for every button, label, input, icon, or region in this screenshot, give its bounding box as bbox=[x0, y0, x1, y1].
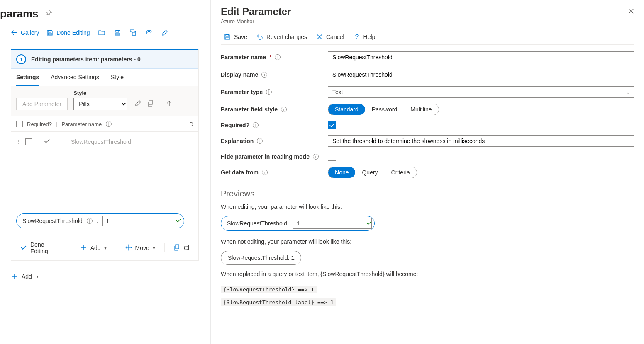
explanation-label: Explanation bbox=[221, 138, 254, 144]
step-number: 1 bbox=[16, 54, 26, 64]
hide-reading-checkbox[interactable] bbox=[328, 153, 336, 161]
cancel-button[interactable]: Cancel bbox=[316, 34, 344, 40]
preview-edit-input[interactable] bbox=[293, 218, 372, 229]
hide-reading-label: Hide parameter in reading mode bbox=[221, 153, 310, 160]
param-name-label: Parameter name bbox=[221, 54, 266, 61]
check-icon bbox=[44, 138, 50, 145]
get-data-query[interactable]: Query bbox=[355, 167, 384, 178]
footer-done-editing-button[interactable]: Done Editing bbox=[17, 240, 65, 256]
style-select[interactable]: Pills bbox=[73, 98, 127, 110]
add-label: Add bbox=[22, 273, 32, 280]
move-up-icon[interactable] bbox=[166, 100, 173, 108]
field-style-group: Standard Password Multiline bbox=[328, 104, 439, 115]
save-label: Save bbox=[234, 34, 247, 40]
footer-add-button[interactable]: Add ▾ bbox=[77, 242, 110, 254]
preview-editing-text: When editing, your parameter will look l… bbox=[221, 203, 634, 210]
info-icon[interactable]: i bbox=[253, 122, 259, 128]
preview-edit-label: SlowRequestThreshold: bbox=[227, 220, 289, 227]
panel-title: Edit Parameter bbox=[221, 6, 634, 17]
get-data-label: Get data from bbox=[221, 169, 259, 176]
edit-icon[interactable] bbox=[161, 29, 169, 37]
footer-add-label: Add bbox=[90, 245, 101, 251]
card-header-text: Editing parameters item: parameters - 0 bbox=[31, 56, 141, 63]
row-param-name: SlowRequestThreshold bbox=[71, 138, 131, 145]
display-name-label: Display name bbox=[221, 71, 258, 78]
get-data-group: None Query Criteria bbox=[328, 167, 417, 178]
info-icon[interactable]: i bbox=[257, 138, 263, 144]
field-style-standard[interactable]: Standard bbox=[328, 104, 365, 115]
param-type-value: Text bbox=[332, 89, 343, 95]
help-button[interactable]: Help bbox=[354, 34, 376, 40]
copy-row-icon[interactable] bbox=[147, 100, 154, 108]
info-icon[interactable]: i bbox=[275, 54, 281, 60]
add-button[interactable]: Add ▾ bbox=[0, 261, 210, 280]
footer-clone-button[interactable]: Cl bbox=[171, 242, 193, 254]
row-checkbox[interactable] bbox=[25, 138, 32, 145]
save-as-icon[interactable] bbox=[129, 29, 137, 37]
settings-icon[interactable] bbox=[145, 29, 153, 37]
preview-editing-pill: SlowRequestThreshold: bbox=[221, 216, 375, 231]
field-style-label: Parameter field style bbox=[221, 106, 278, 113]
open-icon[interactable] bbox=[98, 29, 106, 37]
table-row[interactable]: ⋮ SlowRequestThreshold bbox=[11, 132, 198, 151]
chevron-down-icon: ▾ bbox=[104, 245, 107, 251]
footer-done-label: Done Editing bbox=[30, 241, 62, 254]
footer-move-button[interactable]: Move ▾ bbox=[122, 242, 159, 254]
col-required: Required? bbox=[27, 121, 52, 127]
param-name-input[interactable] bbox=[328, 51, 634, 63]
noedit-label: SlowRequestThreshold: bbox=[228, 254, 290, 261]
done-editing-label: Done Editing bbox=[56, 29, 90, 36]
revert-button[interactable]: Revert changes bbox=[256, 34, 307, 40]
close-icon[interactable] bbox=[628, 8, 634, 16]
col-d: D bbox=[190, 121, 193, 127]
required-label: Required? bbox=[221, 122, 249, 128]
revert-label: Revert changes bbox=[266, 34, 307, 40]
save-button[interactable]: Save bbox=[224, 34, 247, 40]
field-style-multiline[interactable]: Multiline bbox=[404, 104, 438, 115]
info-icon[interactable]: i bbox=[313, 154, 319, 160]
chevron-down-icon: ▾ bbox=[36, 274, 39, 279]
info-icon[interactable]: i bbox=[87, 218, 93, 224]
tab-advanced[interactable]: Advanced Settings bbox=[51, 74, 99, 86]
info-icon[interactable]: i bbox=[281, 107, 287, 112]
code-line-2: {SlowRequestThreshold:label} ==> 1 bbox=[221, 298, 336, 306]
info-icon[interactable]: i bbox=[106, 121, 112, 127]
chevron-down-icon: ⌵ bbox=[627, 89, 629, 95]
required-checkbox[interactable] bbox=[328, 121, 336, 129]
get-data-criteria[interactable]: Criteria bbox=[385, 167, 417, 178]
param-preview-pill: SlowRequestThreshold i : bbox=[16, 213, 184, 228]
page-title: params bbox=[0, 7, 39, 20]
done-editing-button[interactable]: Done Editing bbox=[46, 29, 90, 36]
preview-input[interactable] bbox=[102, 216, 181, 226]
preview-replaced-text: When replaced in a query or text item, {… bbox=[221, 271, 634, 277]
save-icon[interactable] bbox=[113, 29, 122, 37]
info-icon[interactable]: i bbox=[262, 170, 268, 175]
footer-move-label: Move bbox=[135, 245, 149, 251]
tab-settings[interactable]: Settings bbox=[16, 74, 39, 86]
help-label: Help bbox=[363, 34, 376, 40]
code-line-1: {SlowRequestThreshold} ==> 1 bbox=[221, 286, 317, 293]
card-header: 1 Editing parameters item: parameters - … bbox=[11, 49, 198, 69]
previews-title: Previews bbox=[221, 189, 634, 199]
get-data-none[interactable]: None bbox=[328, 167, 355, 178]
cancel-label: Cancel bbox=[326, 34, 344, 40]
info-icon[interactable]: i bbox=[261, 72, 267, 78]
gallery-button[interactable]: Gallery bbox=[11, 29, 39, 36]
select-all-checkbox[interactable] bbox=[16, 121, 23, 127]
display-name-input[interactable] bbox=[328, 69, 634, 80]
preview-label: SlowRequestThreshold bbox=[22, 218, 83, 224]
info-icon[interactable]: i bbox=[266, 89, 272, 95]
required-star: * bbox=[269, 54, 271, 61]
edit-row-icon[interactable] bbox=[135, 100, 141, 108]
chevron-down-icon: ▾ bbox=[153, 245, 155, 251]
pin-icon[interactable] bbox=[45, 10, 52, 18]
gallery-label: Gallery bbox=[21, 29, 39, 36]
add-parameter-button[interactable]: Add Parameter bbox=[16, 98, 68, 110]
explanation-input[interactable] bbox=[328, 135, 634, 147]
tab-style[interactable]: Style bbox=[111, 74, 124, 86]
param-type-label: Parameter type bbox=[221, 89, 263, 95]
style-label: Style bbox=[73, 90, 127, 96]
drag-handle-icon[interactable]: ⋮ bbox=[15, 138, 21, 145]
field-style-password[interactable]: Password bbox=[365, 104, 404, 115]
param-type-select[interactable]: Text ⌵ bbox=[328, 86, 634, 98]
